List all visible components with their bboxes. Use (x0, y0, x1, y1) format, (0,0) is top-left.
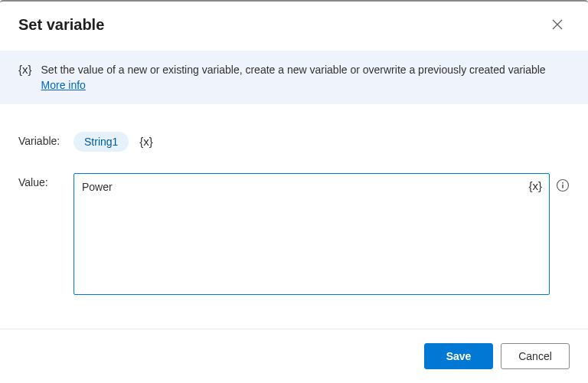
dialog-footer: Save Cancel (0, 329, 588, 383)
save-button[interactable]: Save (424, 343, 493, 369)
value-row: Value: {x} (18, 173, 570, 297)
svg-rect-2 (562, 184, 564, 188)
svg-point-1 (562, 182, 564, 183)
info-circle-icon (556, 178, 570, 192)
variable-chip[interactable]: String1 (74, 132, 129, 152)
info-banner: {x} Set the value of a new or existing v… (0, 51, 588, 104)
variable-token-icon[interactable]: {x} (139, 135, 153, 148)
insert-variable-icon[interactable]: {x} (528, 179, 542, 192)
info-icon[interactable] (556, 173, 570, 195)
banner-text: Set the value of a new or existing varia… (41, 62, 570, 93)
close-button[interactable] (545, 12, 570, 37)
variable-value-group: String1 {x} (74, 132, 153, 152)
dialog-title: Set variable (18, 16, 104, 34)
close-icon (552, 19, 563, 30)
banner-message: Set the value of a new or existing varia… (41, 64, 546, 76)
more-info-link[interactable]: More info (41, 79, 86, 91)
dialog-header: Set variable (0, 2, 588, 51)
cancel-button[interactable]: Cancel (501, 343, 570, 369)
variable-row: Variable: String1 {x} (18, 132, 570, 152)
form-area: Variable: String1 {x} Value: {x} (0, 104, 588, 297)
value-input-wrap: {x} (74, 173, 550, 297)
value-container: {x} (74, 173, 570, 297)
variable-label: Variable: (18, 132, 74, 147)
value-input[interactable] (74, 173, 550, 295)
variable-icon: {x} (18, 62, 32, 76)
value-label: Value: (18, 173, 74, 188)
